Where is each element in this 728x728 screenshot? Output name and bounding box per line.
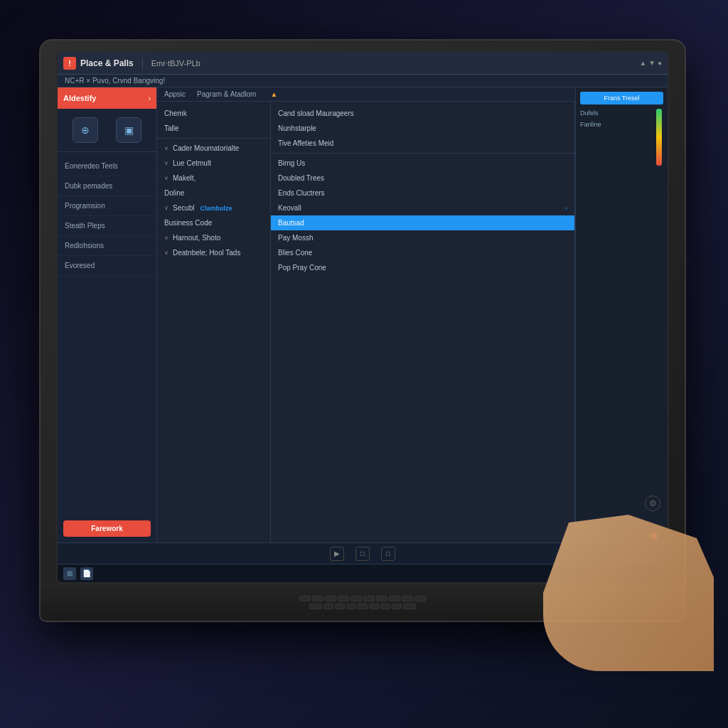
sidebar-chevron: › <box>149 95 151 102</box>
sidebar-header[interactable]: Aldestify › <box>58 87 156 109</box>
menu-business[interactable]: Business Code <box>157 215 270 230</box>
window-button-1[interactable]: □ <box>355 547 370 561</box>
windows-icon: ⊞ <box>67 569 73 577</box>
wifi-icon-btn[interactable]: ⊕ <box>73 117 98 143</box>
alert-icon: ! <box>63 57 76 70</box>
sidebar: Aldestify › ⊕ ▣ <box>58 87 157 542</box>
sidebar-item-redloh[interactable]: Redlohsions <box>58 236 156 256</box>
warning-triangle: ▲ <box>270 90 277 98</box>
monitor-icon-btn[interactable]: ▣ <box>116 117 141 143</box>
sub-header-appsic[interactable]: Appsic <box>164 90 186 98</box>
trans-tresel-button[interactable]: Frans Tresel <box>580 92 663 105</box>
farework-button[interactable]: Farework <box>63 520 151 537</box>
menu-harnout[interactable]: ∨ Harnout, Shoto <box>157 230 270 245</box>
right-panel: Frans Tresel Dufels Fanline ⚙ <box>575 87 668 542</box>
menu-bautsad[interactable]: Bautsad <box>271 215 574 230</box>
app-title: Place & Palls <box>80 58 134 68</box>
menu-cand-sload[interactable]: Cand sload Maurageers <box>271 106 574 121</box>
menu-trees-doubled[interactable]: Doubled Trees <box>271 171 574 186</box>
top-bar-separator <box>142 58 143 69</box>
sidebar-item-dubk[interactable]: Dubk pemades <box>58 176 156 196</box>
wifi-icon: ⊕ <box>81 124 90 136</box>
top-bar: ! Place & Palls Emr·tBJV-PLb ▲ ▼ ● <box>58 52 668 75</box>
window-icon-2: □ <box>386 550 390 557</box>
clambulze-label: Clambulze <box>200 205 232 212</box>
start-icon[interactable]: ⊞ <box>63 567 76 580</box>
menu-ends[interactable]: Ends Cluctrers <box>271 186 574 200</box>
menu-pop-pray[interactable]: Pop Pray Cone <box>271 260 574 275</box>
sidebar-item-programsion[interactable]: Programsion <box>58 196 156 216</box>
laptop-screen: ! Place & Palls Emr·tBJV-PLb ▲ ▼ ● NC+R … <box>56 50 669 584</box>
nav-label: NC+R × Puvo, Crvnd Bangving! <box>65 77 165 85</box>
wifi-icon: ▲ ▼ ● <box>640 59 662 67</box>
col-sep-1 <box>157 138 270 139</box>
content-area: Appsic Pagram & Atadlom ▲ Chemk <box>157 87 575 542</box>
top-bar-subtitle: Emr·tBJV-PLb <box>151 59 200 68</box>
settings-icon[interactable]: ⚙ <box>645 496 660 511</box>
screen-content: ! Place & Palls Emr·tBJV-PLb ▲ ▼ ● NC+R … <box>58 52 668 582</box>
play-button[interactable]: ▶ <box>330 547 344 561</box>
main-layout: Aldestify › ⊕ ▣ <box>58 87 668 542</box>
top-bar-right: ▲ ▼ ● <box>640 59 662 67</box>
play-icon: ▶ <box>334 550 340 557</box>
sidebar-item-evoresed[interactable]: Evoresed <box>58 256 156 276</box>
nav-row: NC+R × Puvo, Crvnd Bangving! <box>58 75 668 87</box>
expand-arrow-keovall: › <box>565 205 567 212</box>
left-menu-col: Chemk Talle ∨ Cader Moumatorialte <box>157 102 271 542</box>
app-logo-group: ! Place & Palls <box>63 57 134 70</box>
menu-lue[interactable]: ∨ Lue Cetmult <box>157 156 270 171</box>
menu-secubl[interactable]: ∨ Secubl Clambulze <box>157 200 270 215</box>
window-button-2[interactable]: □ <box>381 547 395 561</box>
menu-chemk[interactable]: Chemk <box>157 106 270 121</box>
menu-blies[interactable]: Blies Cone <box>271 245 574 260</box>
color-bar-indicator <box>656 109 662 166</box>
menu-birng[interactable]: Birng Us <box>271 156 574 171</box>
menu-cader[interactable]: ∨ Cader Moumatorialte <box>157 141 270 156</box>
hand-overlay <box>543 515 714 671</box>
menu-tive[interactable]: Tive Affeties Meid <box>271 136 574 151</box>
menu-keovall[interactable]: Keovall › <box>271 200 574 215</box>
menu-deatnbele[interactable]: ∨ Deatnbele; Hool Tads <box>157 245 270 260</box>
menu-nunhstarple[interactable]: Nunhstarple <box>271 121 574 136</box>
monitor-icon: ▣ <box>124 124 134 136</box>
sidebar-header-label: Aldestify <box>63 94 96 102</box>
menu-doline[interactable]: Doline <box>157 186 270 200</box>
sub-header-pagram[interactable]: Pagram & Atadlom <box>197 90 256 98</box>
file-icon-glyph: 📄 <box>82 569 91 577</box>
sidebar-item-eoneredeo[interactable]: Eoneredeo Teels <box>58 156 156 176</box>
window-icon-1: □ <box>360 550 365 557</box>
menu-pay[interactable]: Pay Mossh <box>271 230 574 245</box>
sub-header: Appsic Pagram & Atadlom ▲ <box>157 87 575 102</box>
sidebar-icons-row: ⊕ ▣ <box>58 109 156 152</box>
three-col-layout: Chemk Talle ∨ Cader Moumatorialte <box>157 102 575 542</box>
right-item-fanline: Fanline <box>580 119 663 130</box>
file-icon[interactable]: 📄 <box>80 567 93 580</box>
mid-menu-col: Cand sload Maurageers Nunhstarple Tive A… <box>271 102 575 542</box>
sidebar-nav: Eoneredeo Teels Dubk pemades Programsion… <box>58 152 156 515</box>
menu-talle[interactable]: Talle <box>157 121 270 136</box>
right-item-dufels: Dufels <box>580 107 663 119</box>
sidebar-footer: Farework <box>58 515 156 542</box>
menu-makelt[interactable]: ∨ Makelt, <box>157 171 270 186</box>
mid-sep <box>271 153 574 154</box>
sidebar-item-steath[interactable]: Steath Pleps <box>58 216 156 236</box>
